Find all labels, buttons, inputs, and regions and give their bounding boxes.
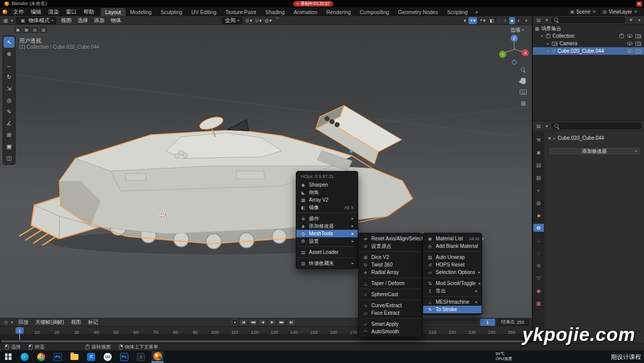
tool-annotate[interactable]: ✎ <box>4 106 15 117</box>
properties-search[interactable] <box>551 123 642 129</box>
tools-item-hops-reset[interactable]: ↺HOPS Reset <box>423 261 481 268</box>
tools-item-export[interactable]: ↥导出▸ <box>423 287 481 295</box>
render-camera-icon[interactable] <box>635 34 641 38</box>
meshtools-item-smart-apply[interactable]: ✓Smart Apply <box>359 320 422 328</box>
ortho-grid-icon[interactable]: ⊞ <box>521 100 526 107</box>
tools-item-auto-unwrap[interactable]: ▨Auto Unwrap <box>423 253 481 261</box>
start-button[interactable] <box>2 351 14 362</box>
select-mode-subtract-icon[interactable]: ▤ <box>31 27 39 33</box>
hide-eye-icon[interactable] <box>627 34 632 38</box>
proportional-falloff[interactable]: ⌒ <box>273 17 281 24</box>
tool-extra[interactable]: ◫ <box>4 152 15 163</box>
menu-view[interactable]: 视图 <box>67 319 85 326</box>
hops-item-add-modifier[interactable]: ◈添加修改器▸ <box>296 222 358 230</box>
exclude-checkbox[interactable] <box>619 34 624 38</box>
hops-item-meshtools[interactable]: ◇MeshTools▸ <box>296 230 358 237</box>
render-camera-icon[interactable] <box>635 42 641 46</box>
tool-rotate[interactable]: ↻ <box>4 71 15 82</box>
overlays-toggle[interactable]: ◓ ▾ <box>478 17 487 24</box>
tab-world[interactable]: ◍ <box>533 199 544 207</box>
xray-toggle[interactable]: ◧ <box>488 17 496 24</box>
tab-object-data[interactable]: ▽ <box>533 274 544 282</box>
shading-wireframe-button[interactable]: ○ <box>502 17 508 24</box>
menu-help[interactable]: 帮助 <box>80 8 98 16</box>
meshtools-item-dice-v2[interactable]: ⊞Dice V2 <box>359 253 422 261</box>
snap-toggle[interactable]: ∪ ▾ <box>254 17 263 24</box>
taskbar-app-phone[interactable]: ✆ <box>85 351 97 362</box>
proportional-edit-toggle[interactable]: ◎ ▾ <box>263 17 273 24</box>
tools-item-add-blank-material[interactable]: ◎Add Blank Material <box>423 242 481 250</box>
hops-item-sharpen[interactable]: ◆Sharpen <box>296 181 358 189</box>
missile-launcher[interactable] <box>316 106 401 171</box>
record-button[interactable]: ● <box>231 319 238 325</box>
tools-item-mod-scroll[interactable]: ⇅Mod Scroll/Toggle▸ <box>423 280 481 287</box>
meshtools-item-reset-axis[interactable]: ⇌Reset Axis/Align/Select <box>359 235 422 242</box>
hops-item-bevel[interactable]: ◣倒角 <box>296 189 358 196</box>
hide-eye-icon[interactable] <box>627 42 632 45</box>
menu-select[interactable]: 选择 <box>74 17 91 24</box>
select-mode-extend-icon[interactable]: ▦ <box>23 27 30 33</box>
tab-compositing[interactable]: Compositing <box>355 8 393 16</box>
orientation-dropdown[interactable]: 全局 ▾ <box>222 17 243 24</box>
tab-shading[interactable]: Shading <box>261 8 289 16</box>
tools-item-material-list[interactable]: ◉Material ListAlt M▸ <box>423 235 481 242</box>
outliner-row-camera[interactable]: ▸ Camera <box>533 40 644 47</box>
tool-transform[interactable]: ◎ <box>4 95 15 106</box>
empty-object[interactable] <box>227 120 249 131</box>
tab-object[interactable]: ■ <box>533 211 544 219</box>
pivot-dropdown[interactable]: ⊙ ▾ <box>244 17 254 24</box>
scrollbar-thumb[interactable] <box>1 340 524 342</box>
tool-measure[interactable]: ∠ <box>4 118 15 129</box>
menu-view[interactable]: 视图 <box>58 17 74 24</box>
taskbar-app-blender[interactable] <box>151 351 164 362</box>
outliner-editor-icon[interactable]: ▤ <box>535 18 542 23</box>
tab-constraints[interactable]: ⊝ <box>533 261 544 269</box>
tab-modeling[interactable]: Modeling <box>126 8 156 16</box>
editor-type-caret-icon[interactable]: ▾ <box>10 18 15 23</box>
tab-animation[interactable]: Animation <box>289 8 322 16</box>
meshtools-item-autosmooth[interactable]: ◠AutoSmooth <box>359 328 422 335</box>
tools-item-selection-options[interactable]: ▭Selection Options▸ <box>423 268 481 276</box>
add-modifier-button[interactable]: 添加修改器 ▾ <box>548 147 640 155</box>
scene-unlink-icon[interactable]: ✕ <box>593 10 596 14</box>
tab-layout[interactable]: Layout <box>101 8 126 16</box>
play-reverse-button[interactable]: ◀ <box>258 319 267 326</box>
tab-scene[interactable]: ◐ <box>533 186 544 194</box>
editor-type-icon[interactable]: ▦ <box>2 18 10 23</box>
meshtools-item-set-origin[interactable]: ⊙设置原点 <box>359 242 422 250</box>
menu-file[interactable]: 文件 <box>10 8 27 16</box>
taskbar-app-photoshop[interactable]: Ps <box>52 351 64 362</box>
select-mode-new-icon[interactable]: ▣ <box>14 27 22 33</box>
playhead-frame-badge[interactable]: 1 <box>16 327 24 334</box>
outliner-search[interactable] <box>551 17 625 23</box>
close-button[interactable]: ✕ <box>636 2 642 7</box>
tools-item-to-stroke[interactable]: ✎To Stroke <box>423 306 481 313</box>
select-mode-invert-icon[interactable]: ▧ <box>40 27 47 33</box>
jump-end-button[interactable]: ▶| <box>287 319 295 326</box>
filter-caret-icon[interactable]: ▾ <box>636 18 642 23</box>
timeline-channel-area[interactable] <box>0 334 532 340</box>
menu-render[interactable]: 渲染 <box>45 8 62 16</box>
hops-item-asset-loader[interactable]: ▤Asset Loader <box>296 248 358 256</box>
visibility-dropdown[interactable]: ▾ <box>462 17 468 24</box>
timeline-ruler[interactable]: 1020304050607080901001101201301401501601… <box>0 327 532 334</box>
blender-menu-icon[interactable] <box>3 10 7 14</box>
mode-dropdown[interactable]: ▣ 物体模式 ▾ <box>16 17 56 24</box>
render-camera-icon[interactable] <box>635 49 641 53</box>
viewlayer-remove-icon[interactable]: ✕ <box>634 10 637 14</box>
hops-item-array-v2[interactable]: ▦Array V2 <box>296 196 358 204</box>
meshtools-item-spherecast[interactable]: ○SphereCast <box>359 291 422 298</box>
play-button[interactable]: ▶ <box>268 319 276 326</box>
timeline-editor-icon[interactable]: ◷ <box>3 320 10 325</box>
tab-texture[interactable]: ▦ <box>533 299 544 307</box>
tab-particles[interactable]: ∴ <box>533 236 544 244</box>
tab-geometry-nodes[interactable]: Geometry Nodes <box>393 8 442 16</box>
outliner-row-scene-collection[interactable]: ▦ 场景集合 <box>533 25 644 32</box>
meshtools-item-face-extract[interactable]: ▱Face Extract <box>359 309 422 317</box>
taskbar-app-chrome[interactable] <box>35 351 47 362</box>
taskbar-app-edge[interactable] <box>19 351 31 362</box>
menu-window[interactable]: 窗口 <box>62 8 80 16</box>
tab-sculpting[interactable]: Sculpting <box>156 8 187 16</box>
show-gizmo-toggle[interactable]: ⌖ ▾ <box>468 17 477 24</box>
hops-item-quick-favorites[interactable]: ▥快速收藏夹▸ <box>296 259 358 267</box>
